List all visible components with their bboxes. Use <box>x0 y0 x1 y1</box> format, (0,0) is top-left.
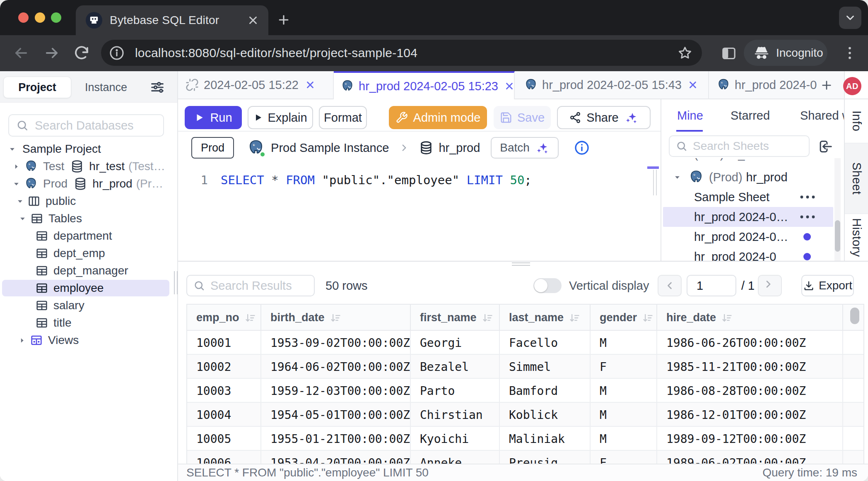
user-avatar[interactable]: AD <box>843 77 861 95</box>
caret-down-icon[interactable] <box>17 198 24 205</box>
sheet-scrollbar[interactable] <box>834 158 841 261</box>
site-info-icon[interactable] <box>108 45 125 61</box>
sheet-item-3[interactable]: hr_prod 2024-0 <box>661 247 845 261</box>
tree-item-schema-public[interactable]: public <box>0 192 177 210</box>
table-row[interactable]: 100051955-01-21T00:00:00ZKyoichiMaliniak… <box>187 427 863 451</box>
caret-right-icon[interactable] <box>19 337 26 344</box>
sheet-item-selected[interactable]: hr_prod 2024-0… <box>661 207 845 227</box>
tree-item-test-database[interactable]: Test hr_test (Test… <box>0 158 177 175</box>
sheet-item-sample[interactable]: Sample Sheet <box>661 187 845 207</box>
column-header-first-name[interactable]: first_name <box>411 305 500 331</box>
window-minimize-button[interactable] <box>35 12 45 23</box>
tree-item-tables-group[interactable]: Tables <box>0 210 177 227</box>
share-button[interactable]: Share <box>557 106 651 129</box>
prev-page-button[interactable] <box>658 275 682 296</box>
more-menu-icon[interactable] <box>799 195 816 199</box>
tab-mine[interactable]: Mine <box>677 99 703 132</box>
tree-item-table-title[interactable]: title <box>0 314 177 332</box>
tab-instance[interactable]: Instance <box>77 77 135 98</box>
search-sheets-input[interactable]: Search Sheets <box>669 135 810 157</box>
sql-editor[interactable]: 1 SELECT * FROM "public"."employee" LIMI… <box>178 164 661 261</box>
save-button[interactable]: Save <box>494 106 551 129</box>
tree-item-project[interactable]: Sample Project <box>0 140 177 158</box>
sheet-group-prod[interactable]: (Prod) hr_prod <box>661 167 845 187</box>
back-icon[interactable] <box>12 44 30 62</box>
browser-menu-icon[interactable] <box>841 45 858 61</box>
sidebar-resize-handle[interactable] <box>174 271 178 294</box>
address-bar[interactable]: localhost:8080/sql-editor/sheet/project-… <box>101 40 702 66</box>
filter-settings-icon[interactable] <box>149 79 166 96</box>
sort-icon[interactable] <box>482 312 493 324</box>
caret-down-icon[interactable] <box>674 174 681 181</box>
panel-resize-handle[interactable] <box>653 170 658 195</box>
editor-tab-2[interactable]: hr_prod 2024-02-05 15:43 <box>515 71 709 99</box>
collapse-panel-icon[interactable] <box>817 139 833 154</box>
rail-tab-history[interactable]: History <box>845 214 868 261</box>
tab-starred[interactable]: Starred <box>731 99 770 132</box>
column-header-last-name[interactable]: last_name <box>500 305 591 331</box>
table-row[interactable]: 100031959-12-03T00:00:00ZPartoBamfordM19… <box>187 379 863 403</box>
sort-icon[interactable] <box>721 312 733 324</box>
caret-right-icon[interactable] <box>13 163 20 170</box>
table-row[interactable]: 100021964-06-02T00:00:00ZBezalelSimmelF1… <box>187 355 863 379</box>
search-databases-input[interactable]: Search Databases <box>8 114 164 137</box>
tree-item-table-salary[interactable]: salary <box>0 297 177 314</box>
incognito-badge[interactable]: Incognito <box>744 40 827 66</box>
sheet-group-clipped[interactable]: (Test) hr_test <box>661 158 845 164</box>
column-header-birth-date[interactable]: birth_date <box>261 305 411 331</box>
page-number-input[interactable]: 1 <box>687 275 736 296</box>
rail-tab-info[interactable]: Info <box>845 99 868 143</box>
table-row[interactable]: 100041954-05-01T00:00:00ZChirstianKoblic… <box>187 403 863 427</box>
sort-icon[interactable] <box>244 312 256 324</box>
rail-tab-sheet[interactable]: Sheet <box>845 143 868 214</box>
caret-down-icon[interactable] <box>19 215 26 222</box>
batch-button[interactable]: Batch <box>491 137 559 159</box>
column-header-hire-date[interactable]: hire_date <box>657 305 843 331</box>
column-header-emp-no[interactable]: emp_no <box>187 305 261 331</box>
database-name[interactable]: hr_prod <box>439 141 480 155</box>
close-tab-icon[interactable] <box>687 79 698 90</box>
editor-tab-3[interactable]: hr_prod 2024-0 <box>709 71 817 99</box>
more-menu-icon[interactable] <box>799 215 816 219</box>
column-header-gender[interactable]: gender <box>591 305 657 331</box>
format-button[interactable]: Format <box>319 106 367 129</box>
editor-tab-adhoc[interactable]: 2024-02-05 15:22 <box>178 71 334 99</box>
caret-down-icon[interactable] <box>9 146 16 153</box>
table-scrollbar-thumb[interactable] <box>850 308 859 324</box>
bookmark-star-icon[interactable] <box>677 45 693 61</box>
tree-item-table-department[interactable]: department <box>0 227 177 245</box>
tree-item-table-dept-emp[interactable]: dept_emp <box>0 245 177 262</box>
tab-search-button[interactable] <box>839 7 861 29</box>
sort-icon[interactable] <box>569 312 580 324</box>
sort-icon[interactable] <box>642 312 653 324</box>
sort-icon[interactable] <box>330 312 341 324</box>
tab-project[interactable]: Project <box>3 77 71 98</box>
add-sheet-tab-icon[interactable] <box>820 79 833 92</box>
tree-item-prod-database[interactable]: Prod hr_prod (Pr… <box>0 175 177 192</box>
close-tab-icon[interactable] <box>504 81 515 91</box>
window-close-button[interactable] <box>18 12 29 23</box>
reload-icon[interactable] <box>73 44 90 62</box>
window-zoom-button[interactable] <box>51 12 61 23</box>
caret-down-icon[interactable] <box>13 180 20 188</box>
vertical-display-toggle[interactable] <box>533 278 562 293</box>
new-tab-icon[interactable] <box>277 13 291 27</box>
sheet-item-2[interactable]: hr_prod 2024-0… <box>661 227 845 247</box>
search-results-input[interactable]: Search Results <box>186 275 315 296</box>
close-tab-icon[interactable] <box>305 79 316 90</box>
admin-mode-button[interactable]: Admin mode <box>389 106 487 129</box>
tab-shared-with-me[interactable]: Shared w <box>800 99 845 132</box>
run-button[interactable]: Run <box>185 106 242 129</box>
editor-tab-active[interactable]: hr_prod 2024-02-05 15:23 <box>334 71 515 99</box>
browser-tab[interactable]: Bytebase SQL Editor <box>76 5 268 35</box>
browser-tab-close-icon[interactable] <box>247 14 259 26</box>
tree-item-views-group[interactable]: Views <box>0 332 177 349</box>
table-row[interactable]: 100061953-04-20T00:00:00ZAnnekePreusigF1… <box>187 451 863 464</box>
next-page-button[interactable] <box>758 275 782 296</box>
tree-item-table-employee[interactable]: employee <box>0 279 177 297</box>
forward-icon[interactable] <box>43 44 60 62</box>
export-button[interactable]: Export <box>801 275 854 296</box>
instance-name[interactable]: Prod Sample Instance <box>271 141 389 155</box>
tree-item-table-dept-manager[interactable]: dept_manager <box>0 262 177 279</box>
explain-button[interactable]: Explain <box>248 106 313 129</box>
